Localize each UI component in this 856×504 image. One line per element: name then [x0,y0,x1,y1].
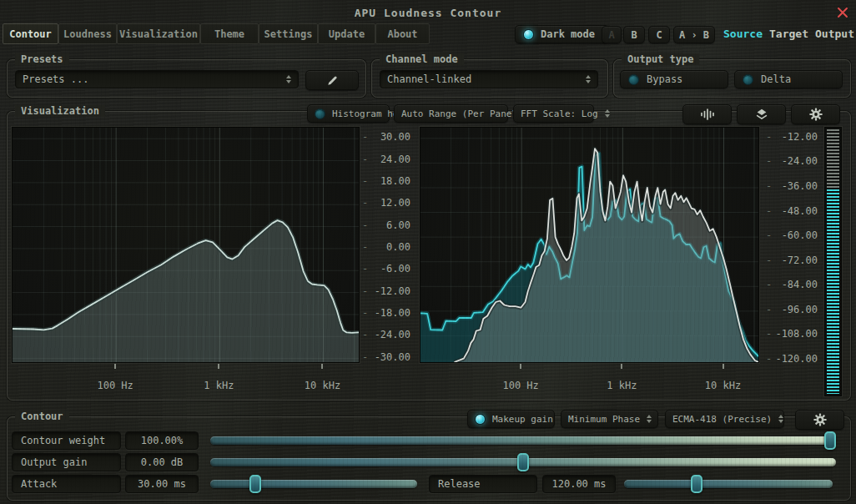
output-type-group-label: Output type [622,53,699,65]
level-meter [824,127,842,396]
channel-mode-group-label: Channel mode [380,53,464,65]
y-axis-label: -6.00 [362,219,410,232]
y-tick-mark: - [766,304,772,316]
y-tick-mark: - [766,180,772,193]
param-label-contour-weight[interactable]: Contour weight [12,431,121,450]
dropdown-arrows-icon [772,415,783,423]
ab-button-a[interactable]: A [602,26,622,43]
spectrum-chart [420,128,758,362]
param-slider-output-gain[interactable] [210,453,836,471]
ab-button-c[interactable]: C [648,26,670,43]
makeup-gain-toggle[interactable]: Makeup gain [467,410,555,428]
x-tick-mark [723,364,724,369]
param-slider-contour-weight[interactable] [210,431,836,450]
legend-target[interactable]: Target [769,28,808,41]
y-axis-label: --96.00 [766,304,818,316]
tab-loudness[interactable]: Loudness [58,23,117,44]
param-label-release[interactable]: Release [429,475,537,493]
channel-mode-dropdown[interactable]: Channel-linked [380,70,598,88]
y-tick-mark: - [766,229,772,242]
ab-button-ab[interactable]: A › B [673,26,715,43]
window-title: APU Loudness Contour [0,7,856,19]
tab-settings[interactable]: Settings [259,23,318,44]
y-axis-label: --6.00 [362,263,410,275]
slider-thumb[interactable] [517,453,529,471]
y-axis-label: -30.00 [362,131,410,144]
contour-settings-button[interactable] [795,410,844,430]
x-tick-mark [621,364,622,369]
param-value-contour-weight[interactable]: 100.00% [125,431,199,450]
param-label-attack[interactable]: Attack [12,475,121,493]
layers-icon [755,108,768,121]
legend-source[interactable]: Source [723,28,763,41]
bypass-led [628,74,639,85]
param-slider-release[interactable] [624,475,833,493]
slider-track [210,436,836,445]
slider-thumb[interactable] [691,475,702,493]
x-tick-mark [114,364,116,369]
tab-contour[interactable]: Contour [3,23,58,44]
x-tick-mark [321,364,323,369]
y-tick-mark: - [766,279,772,291]
y-axis-label: --120.00 [766,353,818,365]
contour-group-label: Contour [15,411,69,422]
slider-thumb[interactable] [249,475,261,493]
y-tick-mark: - [362,241,368,254]
histogram-hold-toggle[interactable]: Histogram hold [307,104,390,123]
y-tick-mark: - [766,155,772,168]
y-axis-label: --12.00 [766,131,818,144]
bypass-toggle[interactable]: Bypass [620,70,728,88]
visualization-settings-button[interactable] [791,104,840,124]
contour-curve-plot[interactable] [12,127,360,363]
x-axis-label: 100 Hz [487,380,554,391]
makeup-gain-label: Makeup gain [492,414,553,425]
dropdown-arrows-icon [640,415,652,423]
y-tick-value: -36.00 [782,180,818,193]
tab-update[interactable]: Update [318,23,375,44]
spectrum-display-button[interactable] [682,104,732,124]
tab-about[interactable]: About [375,23,430,44]
auto-range-dropdown[interactable]: Auto Range (Per Panel) [394,104,508,123]
y-tick-mark: - [362,263,368,275]
slider-track [210,480,417,488]
presets-dropdown-value: Presets ... [23,73,88,85]
delta-toggle[interactable]: Delta [734,70,843,88]
delta-label: Delta [761,73,791,85]
ab-button-b[interactable]: B [623,26,645,43]
slider-thumb[interactable] [824,431,836,450]
close-button[interactable] [835,5,850,20]
y-tick-value: 0.00 [386,241,410,254]
x-axis-label: 10 kHz [289,380,355,391]
phase-mode-value: Minimum Phase [568,414,640,425]
dark-mode-toggle[interactable]: Dark mode [515,25,609,43]
y-tick-value: 30.00 [380,131,410,144]
dropdown-arrows-icon [579,75,591,83]
loudness-model-dropdown[interactable]: ECMA-418 (Precise) [665,410,784,428]
close-icon [835,5,850,20]
x-tick-mark [520,364,521,369]
y-axis-label: -24.00 [362,154,410,166]
y-axis-label: --36.00 [766,180,818,193]
tab-theme[interactable]: Theme [200,23,259,44]
param-value-output-gain[interactable]: 0.00 dB [125,453,199,471]
presets-dropdown[interactable]: Presets ... [15,70,299,88]
param-value-release[interactable]: 120.00 ms [542,475,616,493]
phase-mode-dropdown[interactable]: Minimum Phase [561,410,658,428]
dropdown-arrows-icon [279,75,291,83]
param-slider-attack[interactable] [210,475,417,493]
preset-edit-button[interactable] [305,70,359,90]
y-tick-mark: - [766,328,772,340]
fft-scale-dropdown[interactable]: FFT Scale: Log [513,104,594,123]
y-tick-mark: - [362,351,368,364]
legend-output[interactable]: Output [815,28,854,41]
visualization-group-label: Visualization [15,105,105,117]
param-label-output-gain[interactable]: Output gain [12,453,121,471]
y-tick-mark: - [362,197,368,209]
x-axis-label: 10 kHz [690,380,757,391]
layers-button[interactable] [737,104,786,124]
makeup-gain-led [475,414,486,425]
tab-visualization[interactable]: Visualization [117,23,200,44]
param-value-attack[interactable]: 30.00 ms [125,475,199,493]
y-tick-value: 18.00 [380,175,410,188]
spectrum-plot[interactable] [420,127,759,363]
